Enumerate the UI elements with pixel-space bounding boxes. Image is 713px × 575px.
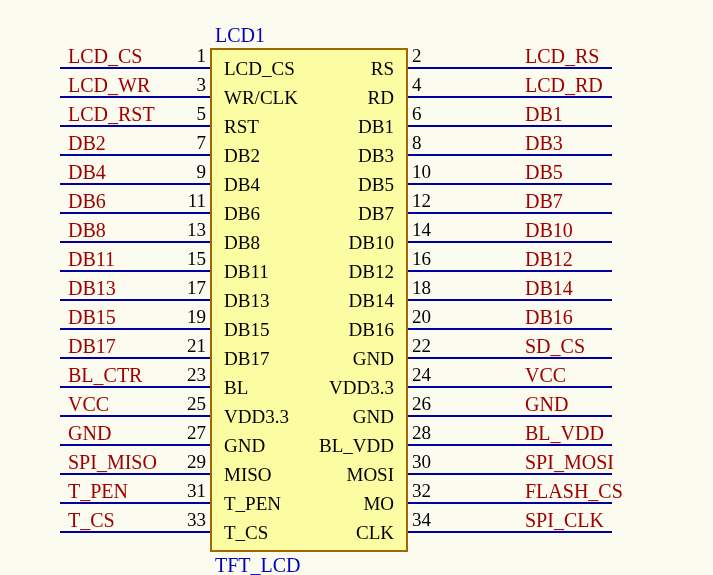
net-label: DB11 <box>68 248 115 271</box>
wire-right <box>408 212 612 214</box>
net-label: DB1 <box>525 103 563 126</box>
pin-number: 19 <box>170 306 206 328</box>
wire-right <box>408 125 612 127</box>
net-label: DB16 <box>525 306 573 329</box>
wire-right <box>408 386 612 388</box>
net-label: DB4 <box>68 161 106 184</box>
pin-name: DB10 <box>210 232 394 254</box>
wire-right <box>408 183 612 185</box>
pin-name: DB12 <box>210 261 394 283</box>
pin-name: CLK <box>210 522 394 544</box>
net-label: SD_CS <box>525 335 585 358</box>
pin-name: GND <box>210 406 394 428</box>
pin-name: MO <box>210 493 394 515</box>
net-label: LCD_CS <box>68 45 142 68</box>
net-label: DB17 <box>68 335 116 358</box>
wire-right <box>408 328 612 330</box>
pin-number: 26 <box>412 393 448 415</box>
pin-number: 18 <box>412 277 448 299</box>
pin-number: 3 <box>170 74 206 96</box>
net-label: LCD_RD <box>525 74 603 97</box>
net-label: FLASH_CS <box>525 480 623 503</box>
pin-number: 34 <box>412 509 448 531</box>
pin-number: 14 <box>412 219 448 241</box>
pin-number: 8 <box>412 132 448 154</box>
pin-number: 30 <box>412 451 448 473</box>
pin-number: 20 <box>412 306 448 328</box>
net-label: DB10 <box>525 219 573 242</box>
net-label: VCC <box>525 364 566 387</box>
net-label: T_CS <box>68 509 115 532</box>
pin-name: GND <box>210 348 394 370</box>
net-label: LCD_RS <box>525 45 599 68</box>
net-label: DB5 <box>525 161 563 184</box>
wire-right <box>408 270 612 272</box>
net-label: DB3 <box>525 132 563 155</box>
net-label: DB14 <box>525 277 573 300</box>
pin-number: 9 <box>170 161 206 183</box>
pin-name: DB14 <box>210 290 394 312</box>
pin-name: DB7 <box>210 203 394 225</box>
net-label: BL_CTR <box>68 364 142 387</box>
pin-name: BL_VDD <box>210 435 394 457</box>
pin-number: 13 <box>170 219 206 241</box>
pin-number: 23 <box>170 364 206 386</box>
net-label: GND <box>525 393 568 416</box>
pin-number: 15 <box>170 248 206 270</box>
wire-right <box>408 154 612 156</box>
pin-number: 28 <box>412 422 448 444</box>
net-label: DB8 <box>68 219 106 242</box>
wire-right <box>408 241 612 243</box>
pin-number: 6 <box>412 103 448 125</box>
pin-number: 21 <box>170 335 206 357</box>
pin-number: 24 <box>412 364 448 386</box>
pin-name: VDD3.3 <box>210 377 394 399</box>
net-label: LCD_RST <box>68 103 155 126</box>
net-label: VCC <box>68 393 109 416</box>
net-label: SPI_MOSI <box>525 451 614 474</box>
net-label: DB6 <box>68 190 106 213</box>
pin-number: 22 <box>412 335 448 357</box>
pin-number: 16 <box>412 248 448 270</box>
pin-number: 32 <box>412 480 448 502</box>
wire-right <box>408 299 612 301</box>
net-label: GND <box>68 422 111 445</box>
footprint: TFT_LCD <box>215 554 301 575</box>
pin-number: 25 <box>170 393 206 415</box>
pin-name: MOSI <box>210 464 394 486</box>
pin-number: 33 <box>170 509 206 531</box>
net-label: BL_VDD <box>525 422 604 445</box>
pin-name: DB1 <box>210 116 394 138</box>
pin-number: 2 <box>412 45 448 67</box>
pin-name: DB3 <box>210 145 394 167</box>
net-label: DB7 <box>525 190 563 213</box>
wire-right <box>408 415 612 417</box>
net-label: DB13 <box>68 277 116 300</box>
net-label: DB12 <box>525 248 573 271</box>
pin-name: RS <box>210 58 394 80</box>
pin-name: RD <box>210 87 394 109</box>
pin-number: 7 <box>170 132 206 154</box>
designator: LCD1 <box>215 24 265 47</box>
pin-number: 31 <box>170 480 206 502</box>
pin-number: 10 <box>412 161 448 183</box>
net-label: LCD_WR <box>68 74 150 97</box>
pin-name: DB5 <box>210 174 394 196</box>
net-label: SPI_MISO <box>68 451 157 474</box>
net-label: DB2 <box>68 132 106 155</box>
pin-number: 4 <box>412 74 448 96</box>
pin-number: 29 <box>170 451 206 473</box>
net-label: SPI_CLK <box>525 509 604 532</box>
pin-name: DB16 <box>210 319 394 341</box>
pin-number: 11 <box>170 190 206 212</box>
pin-number: 1 <box>170 45 206 67</box>
pin-number: 12 <box>412 190 448 212</box>
pin-number: 27 <box>170 422 206 444</box>
pin-number: 17 <box>170 277 206 299</box>
net-label: T_PEN <box>68 480 128 503</box>
pin-number: 5 <box>170 103 206 125</box>
net-label: DB15 <box>68 306 116 329</box>
